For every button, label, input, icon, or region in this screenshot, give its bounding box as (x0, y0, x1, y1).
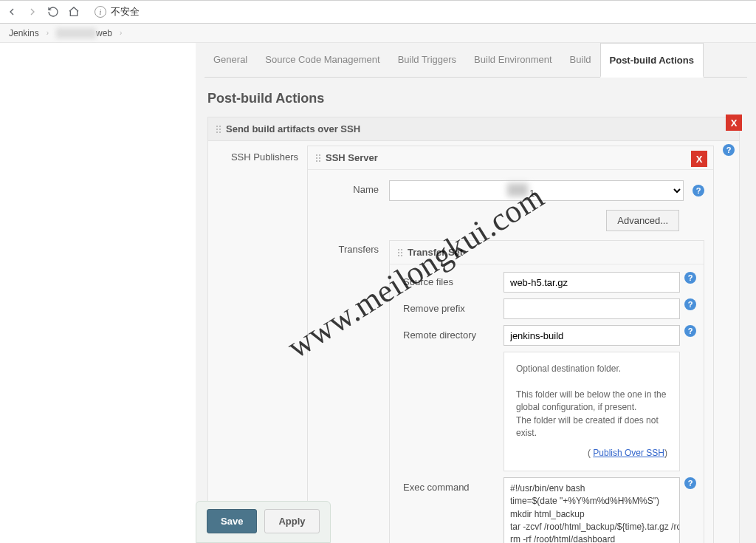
sidebar (0, 43, 196, 543)
source-files-input[interactable] (504, 272, 680, 293)
main-content: General Source Code Management Build Tri… (196, 43, 756, 543)
ssh-artifacts-panel: X Send build artifacts over SSH ? SSH Pu… (207, 117, 740, 543)
breadcrumb-item[interactable]: web (96, 28, 112, 38)
chevron-right-icon: › (120, 29, 122, 37)
ssh-server-name-select[interactable] (389, 180, 684, 201)
tab-scm[interactable]: Source Code Management (256, 43, 388, 77)
ssh-publishers-label: SSH Publishers (211, 146, 307, 543)
breadcrumb-item[interactable]: Jenkins (9, 28, 39, 38)
transfer-set-block: Transfer Set Source files ? (389, 240, 704, 543)
exec-command-label: Exec command (393, 477, 504, 493)
help-icon[interactable]: ? (693, 185, 704, 197)
remote-directory-help: Optional destination folder. This folder… (504, 352, 680, 471)
info-icon[interactable]: i (94, 6, 106, 18)
help-icon[interactable]: ? (684, 298, 696, 310)
chevron-right-icon: › (47, 29, 49, 37)
help-icon[interactable]: ? (684, 477, 696, 489)
browser-toolbar: i 不安全 (0, 0, 756, 24)
breadcrumb-item[interactable]: xxxxx (56, 28, 96, 38)
drag-handle-icon[interactable] (315, 154, 321, 163)
panel-header: Send build artifacts over SSH (208, 117, 739, 141)
tab-general[interactable]: General (205, 43, 256, 77)
ssh-server-header: SSH Server (308, 146, 713, 170)
tab-build-triggers[interactable]: Build Triggers (389, 43, 465, 77)
source-files-label: Source files (393, 272, 504, 287)
save-button[interactable]: Save (207, 509, 257, 533)
transfer-set-header: Transfer Set (390, 241, 704, 264)
advanced-button[interactable]: Advanced... (606, 210, 679, 231)
help-icon[interactable]: ? (684, 272, 696, 284)
section-title: Post-build Actions (205, 78, 747, 117)
remove-prefix-label: Remove prefix (393, 298, 504, 314)
security-text: 不安全 (111, 5, 140, 18)
home-icon[interactable] (68, 6, 80, 18)
remote-directory-label: Remote directory (393, 325, 504, 341)
remove-prefix-input[interactable] (504, 298, 680, 319)
ssh-server-block: X SSH Server Name (307, 146, 714, 543)
back-icon[interactable] (6, 6, 18, 18)
delete-button[interactable]: X (726, 115, 742, 131)
tab-post-build[interactable]: Post-build Actions (600, 43, 704, 78)
transfers-label: Transfers (308, 240, 389, 255)
address-bar[interactable]: i 不安全 (89, 5, 750, 18)
server-name-hidden (507, 183, 528, 197)
panel-title: Send build artifacts over SSH (226, 123, 360, 134)
exec-command-textarea[interactable] (504, 477, 680, 543)
breadcrumb: Jenkins › xxxxx web › (0, 24, 756, 43)
tab-build-environment[interactable]: Build Environment (465, 43, 561, 77)
config-tabs: General Source Code Management Build Tri… (205, 43, 747, 78)
footer-buttons: Save Apply (196, 501, 331, 543)
apply-button[interactable]: Apply (264, 509, 319, 533)
name-label: Name (308, 180, 389, 201)
delete-button[interactable]: X (691, 151, 707, 167)
drag-handle-icon[interactable] (397, 248, 403, 257)
help-icon[interactable]: ? (723, 144, 735, 156)
remote-directory-input[interactable] (504, 325, 680, 346)
forward-icon[interactable] (27, 6, 38, 18)
reload-icon[interactable] (47, 6, 59, 18)
drag-handle-icon[interactable] (216, 125, 221, 134)
plugin-link[interactable]: Publish Over SSH (593, 448, 664, 458)
tab-build[interactable]: Build (561, 43, 600, 77)
help-icon[interactable]: ? (684, 325, 696, 337)
